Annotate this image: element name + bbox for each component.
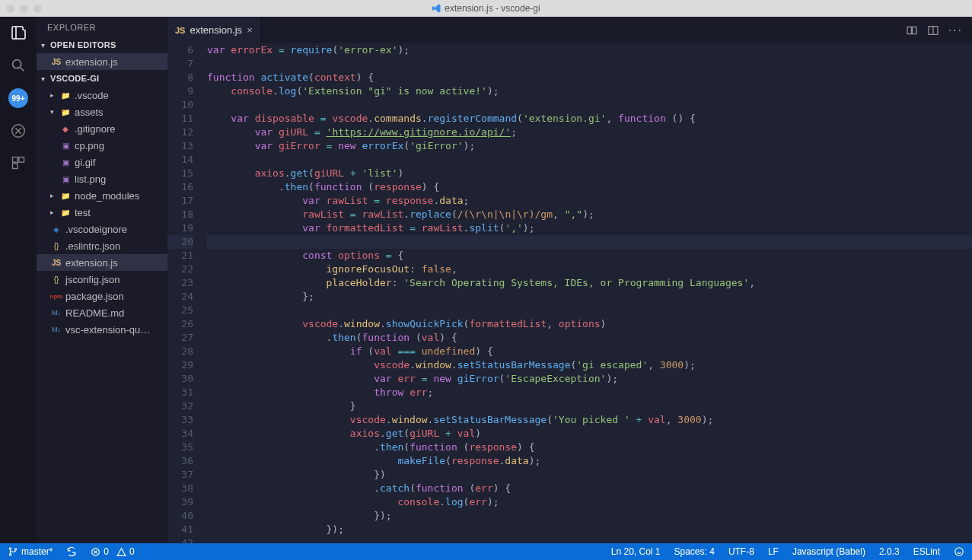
- code-line[interactable]: rawList = rawList.replace(/(\r\n|\n|\r)/…: [207, 208, 972, 221]
- line-number: 24: [167, 290, 193, 304]
- code-line[interactable]: var formattedList = rawList.split(',');: [207, 221, 972, 235]
- code-line[interactable]: .then(function (val) {: [207, 331, 972, 345]
- code-line[interactable]: [207, 536, 972, 543]
- errors-warnings[interactable]: 0 0: [88, 546, 137, 557]
- chevron-icon: ▾: [50, 108, 56, 116]
- line-number: 38: [167, 482, 193, 495]
- tab-extension-js[interactable]: JS extension.js ×: [167, 17, 261, 43]
- cursor-position[interactable]: Ln 20, Col 1: [608, 546, 664, 557]
- tree-item[interactable]: ◈.vscodeignore: [37, 221, 167, 237]
- code-line[interactable]: axios.get(giURL + val): [207, 427, 972, 441]
- chevron-down-icon: ▾: [41, 41, 49, 49]
- close-window-icon[interactable]: [6, 5, 14, 13]
- line-number: 21: [167, 249, 193, 262]
- code-line[interactable]: });: [207, 523, 972, 536]
- search-icon[interactable]: [9, 56, 27, 75]
- code-line[interactable]: makeFile(response.data);: [207, 454, 972, 468]
- code-line[interactable]: [207, 153, 972, 167]
- split-editor-icon[interactable]: [927, 24, 939, 37]
- code-line[interactable]: vscode.window.showQuickPick(formattedLis…: [207, 317, 972, 331]
- code-line[interactable]: var errorEx = require('error-ex');: [207, 43, 972, 57]
- code-line[interactable]: });: [207, 509, 972, 523]
- eol[interactable]: LF: [765, 546, 782, 557]
- tree-item[interactable]: {}.eslintrc.json: [37, 237, 167, 254]
- code-line[interactable]: var giURL = 'https://www.gitignore.io/ap…: [207, 126, 972, 139]
- code-line[interactable]: var err = new giError('EscapeException')…: [207, 372, 972, 386]
- js-file-icon: JS: [50, 56, 62, 68]
- code-line[interactable]: if (val === undefined) {: [207, 345, 972, 358]
- code-line[interactable]: }: [207, 399, 972, 413]
- tree-item[interactable]: npmpackage.json: [37, 288, 167, 304]
- img-icon: ▣: [59, 139, 72, 151]
- code-line[interactable]: var disposable = vscode.commands.registe…: [207, 112, 972, 126]
- code-line[interactable]: }): [207, 468, 972, 482]
- debug-icon[interactable]: [9, 122, 27, 140]
- chevron-icon: ▸: [50, 192, 56, 199]
- tree-item[interactable]: M↓vsc-extension-qu…: [37, 321, 167, 338]
- line-number: 34: [167, 427, 193, 441]
- svg-point-12: [955, 548, 964, 556]
- code-line[interactable]: var rawList = response.data;: [207, 194, 972, 208]
- js-file-icon: JS: [175, 26, 185, 35]
- code-line[interactable]: .then(function (response) {: [207, 180, 972, 194]
- open-editors-header[interactable]: ▾OPEN EDITORS: [37, 37, 167, 53]
- code-line[interactable]: console.log('Extension "gi" is now activ…: [207, 84, 972, 98]
- code-editor[interactable]: 6789101112131415161718192021222324252627…: [167, 43, 972, 543]
- feedback-icon[interactable]: [951, 546, 967, 557]
- tree-item[interactable]: ▣cp.png: [37, 137, 167, 154]
- code-line[interactable]: .catch(function (err) {: [207, 482, 972, 495]
- code-line[interactable]: vscode.window.setStatusBarMessage('You p…: [207, 413, 972, 427]
- code-line[interactable]: ignoreFocusOut: false,: [207, 262, 972, 276]
- sync-icon[interactable]: [63, 546, 80, 557]
- file-label: extension.js: [65, 56, 118, 68]
- tree-label: vsc-extension-qu…: [65, 324, 150, 336]
- chevron-icon: ▸: [50, 208, 56, 216]
- close-tab-icon[interactable]: ×: [247, 24, 253, 36]
- line-number: 25: [167, 304, 193, 317]
- code-line[interactable]: throw err;: [207, 386, 972, 399]
- code-line[interactable]: var giError = new errorEx('giError');: [207, 139, 972, 153]
- code-line[interactable]: function activate(context) {: [207, 71, 972, 84]
- status-version[interactable]: 2.0.3: [876, 546, 903, 557]
- code-line[interactable]: };: [207, 290, 972, 304]
- open-editor-item[interactable]: JSextension.js: [37, 53, 167, 70]
- code-line[interactable]: .then(function (response) {: [207, 441, 972, 454]
- code-line[interactable]: [207, 304, 972, 317]
- line-number: 41: [167, 523, 193, 536]
- code-line[interactable]: axios.get(giURL + 'list'): [207, 167, 972, 180]
- tree-item[interactable]: JSextension.js: [37, 254, 167, 271]
- chevron-down-icon: ▾: [41, 75, 49, 83]
- extensions-icon[interactable]: [9, 154, 27, 172]
- tree-item[interactable]: ▸📁.vscode: [37, 87, 167, 103]
- tree-item[interactable]: {}jsconfig.json: [37, 271, 167, 288]
- scm-badge[interactable]: 99+: [8, 88, 28, 108]
- git-branch[interactable]: master*: [5, 546, 56, 557]
- tree-item[interactable]: ▣list.png: [37, 170, 167, 187]
- code-line[interactable]: [207, 98, 972, 112]
- line-number: 11: [167, 112, 193, 126]
- code-line[interactable]: console.log(err);: [207, 495, 972, 509]
- tree-item[interactable]: ▣gi.gif: [37, 154, 167, 170]
- tree-item[interactable]: ▾📁assets: [37, 103, 167, 120]
- language-mode[interactable]: Javascript (Babel): [789, 546, 868, 557]
- code-line[interactable]: placeHolder: 'Search Operating Systems, …: [207, 276, 972, 290]
- explorer-icon[interactable]: [9, 24, 27, 43]
- more-icon[interactable]: ···: [948, 24, 963, 37]
- tree-item[interactable]: M↓README.md: [37, 304, 167, 321]
- encoding[interactable]: UTF-8: [725, 546, 757, 557]
- tree-item[interactable]: ▸📁node_modules: [37, 187, 167, 204]
- code-line[interactable]: const options = {: [207, 249, 972, 262]
- window-controls: [6, 5, 42, 13]
- project-header[interactable]: ▾VSCODE-GI: [37, 70, 167, 87]
- code-line[interactable]: [207, 57, 972, 71]
- indentation[interactable]: Spaces: 4: [671, 546, 718, 557]
- tree-item[interactable]: ◆.gitignore: [37, 120, 167, 137]
- tree-item[interactable]: ▸📁test: [37, 204, 167, 221]
- eslint-status[interactable]: ESLint: [910, 546, 943, 557]
- compare-icon[interactable]: [906, 24, 918, 37]
- maximize-window-icon[interactable]: [33, 5, 42, 13]
- minimize-window-icon[interactable]: [20, 5, 28, 13]
- code-line[interactable]: [207, 235, 972, 249]
- code-line[interactable]: vscode.window.setStatusBarMessage('gi es…: [207, 358, 972, 372]
- line-number: 10: [167, 98, 193, 112]
